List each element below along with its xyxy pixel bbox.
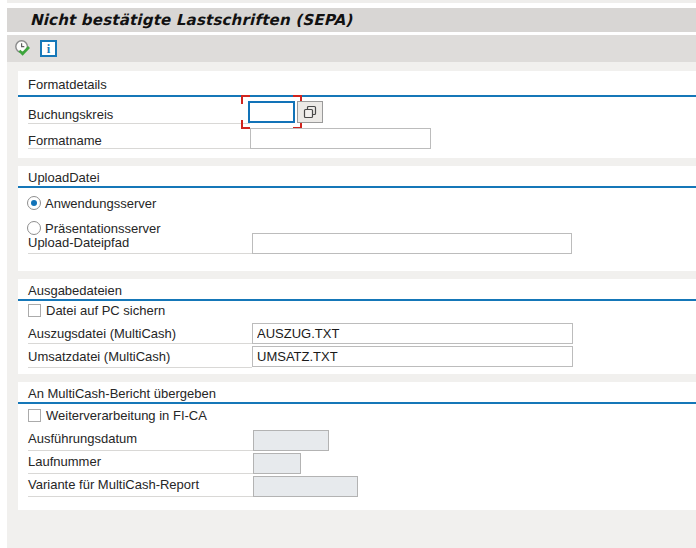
title-bar: Nicht bestätigte Lastschriften (SEPA)	[7, 8, 696, 32]
field-label-upload-dateipfad: Upload-Dateipfad	[28, 235, 129, 250]
row-divider	[28, 253, 252, 254]
top-strip	[7, 0, 696, 3]
section-ausgabedateien: Ausgabedateien Datei auf PC sichern Ausz…	[18, 279, 696, 374]
row-divider	[28, 473, 253, 474]
row-divider	[28, 123, 250, 124]
field-label-formatname: Formatname	[28, 133, 102, 148]
field-label-buchungskreis: Buchungskreis	[28, 107, 113, 122]
section-underline	[18, 95, 696, 97]
section-multicash-bericht: An MultiCash-Bericht übergeben Weiterver…	[18, 382, 696, 510]
value-help-icon	[302, 104, 318, 120]
section-uploaddatei: UploadDatei Anwendungsserver Präsentatio…	[18, 166, 696, 271]
section-title: Formatdetails	[28, 77, 107, 92]
section-title: UploadDatei	[28, 170, 100, 185]
section-title: Ausgabedateien	[28, 283, 122, 298]
row-divider	[28, 343, 252, 344]
field-label-variante: Variante für MultiCash-Report	[28, 477, 199, 492]
radio-label-praesentationsserver: Präsentationsserver	[45, 221, 161, 236]
formatname-field	[250, 128, 431, 149]
info-icon: i	[40, 40, 57, 57]
variante-field-disabled	[253, 476, 358, 497]
formatname-input[interactable]	[256, 129, 436, 148]
buchungskreis-input[interactable]	[248, 101, 295, 123]
row-divider	[28, 450, 253, 451]
checkbox-weiterverarbeitung[interactable]	[28, 409, 41, 422]
svg-text:i: i	[47, 42, 51, 56]
checkbox-datei-auf-pc[interactable]	[28, 304, 41, 317]
laufnummer-field-disabled	[253, 453, 301, 474]
field-label-umsatzdatei: Umsatzdatei (MultiCash)	[28, 349, 170, 364]
field-label-ausfuehrungsdatum: Ausführungsdatum	[28, 431, 137, 446]
field-label-auszugsdatei: Auszugsdatei (MultiCash)	[28, 326, 176, 341]
field-label-laufnummer: Laufnummer	[28, 454, 101, 469]
ausfuehrungsdatum-field-disabled	[253, 430, 329, 451]
upload-dateipfad-input[interactable]	[252, 233, 572, 254]
row-divider	[28, 148, 250, 149]
execute-button[interactable]	[11, 37, 34, 60]
radio-anwendungsserver[interactable]	[27, 196, 41, 210]
checkbox-label-weiterverarbeitung: Weiterverarbeitung in FI-CA	[46, 408, 207, 423]
section-formatdetails: Formatdetails Buchungskreis Formatname	[18, 71, 696, 158]
row-divider	[28, 496, 253, 497]
radio-praesentationsserver[interactable]	[27, 221, 41, 235]
section-underline	[18, 402, 696, 404]
execute-clock-check-icon	[13, 39, 32, 58]
section-underline	[18, 186, 696, 188]
page-title: Nicht bestätigte Lastschriften (SEPA)	[30, 11, 352, 29]
radio-label-anwendungsserver: Anwendungsserver	[45, 196, 156, 211]
umsatzdatei-input[interactable]	[252, 346, 573, 367]
value-help-button[interactable]	[297, 101, 323, 123]
info-button[interactable]: i	[37, 37, 60, 60]
row-divider	[28, 367, 252, 368]
sap-window: Nicht bestätigte Lastschriften (SEPA) i …	[0, 0, 696, 548]
auszugsdatei-input[interactable]	[252, 323, 573, 344]
app-toolbar: i	[7, 35, 696, 62]
section-underline	[18, 299, 696, 301]
section-title: An MultiCash-Bericht übergeben	[28, 386, 216, 401]
checkbox-label-datei-auf-pc: Datei auf PC sichern	[46, 303, 165, 318]
